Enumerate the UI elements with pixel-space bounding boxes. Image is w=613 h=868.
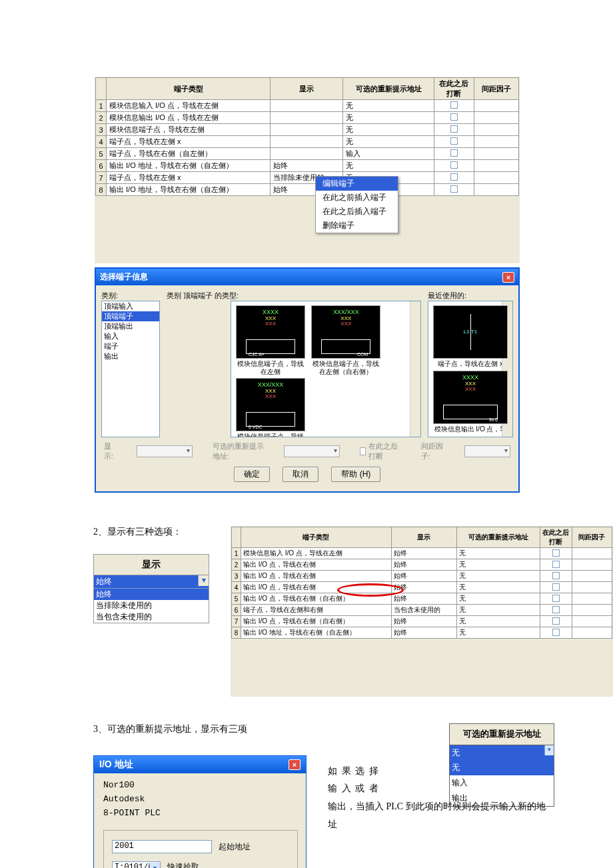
cat-item[interactable]: 端子 bbox=[102, 341, 159, 351]
display-options-box: 显示 始终 ▾ 始终 当排除未使用的 当包含未使用的 bbox=[93, 554, 209, 623]
close-icon[interactable]: × bbox=[289, 759, 301, 770]
col-readdr: 可选的重新提示地址 bbox=[457, 527, 540, 548]
col-show: 显示 bbox=[271, 78, 343, 100]
ctx-delete-terminal[interactable]: 删除端子 bbox=[316, 219, 398, 233]
checkbox[interactable] bbox=[450, 149, 458, 157]
checkbox[interactable] bbox=[552, 595, 560, 602]
readdr-label: 可选的重新提示地址: bbox=[213, 441, 264, 461]
gap-label: 间距因子: bbox=[421, 441, 445, 461]
checkbox[interactable] bbox=[552, 572, 560, 579]
display-options-list[interactable]: 始终 当排除未使用的 当包含未使用的 bbox=[94, 589, 209, 623]
col-gap: 间距因子 bbox=[572, 527, 612, 548]
chevron-down-icon[interactable]: ▾ bbox=[198, 575, 209, 586]
recent-item[interactable]: XXXXXXXXXXIN 0模块信息输出 I/O 点，导 bbox=[433, 371, 508, 433]
recent-grid[interactable]: L1 T1端子点，导线在左侧 x XXXXXXXXXXIN 0模块信息输出 I/… bbox=[428, 301, 513, 437]
gap-input bbox=[464, 445, 510, 457]
show-label: 显示: bbox=[104, 441, 117, 461]
cancel-button[interactable]: 取消 bbox=[283, 467, 318, 482]
col-type: 端子类型 bbox=[241, 527, 392, 548]
section2-grid: 端子类型 显示 可选的重新提示地址 在此之后打断 间距因子 1模块信息输入 I/… bbox=[231, 526, 613, 697]
checkbox[interactable] bbox=[450, 161, 458, 169]
io-address-dialog: I/O 地址 × Nor100 Autodesk 8-POINT PLC 200… bbox=[93, 755, 306, 868]
dialog-title: 选择端子信息 bbox=[100, 271, 148, 283]
start-address-input[interactable]: 2001 bbox=[112, 840, 212, 853]
table-row[interactable]: 3输出 I/O 点，导线在右侧始终无 bbox=[232, 571, 612, 582]
checkbox[interactable] bbox=[552, 617, 560, 625]
highlight-ellipse bbox=[337, 583, 404, 597]
table-row[interactable]: 1模块信息输入 I/O 点，导线在左侧无 bbox=[96, 100, 519, 112]
io-line1: Nor100 bbox=[103, 780, 299, 790]
checkbox[interactable] bbox=[552, 549, 560, 557]
scrollbar[interactable] bbox=[410, 301, 420, 437]
table-row[interactable]: 6输出 I/O 地址，导线在右侧（自左侧）始终无 bbox=[96, 160, 519, 172]
checkbox[interactable] bbox=[450, 125, 458, 133]
checkbox[interactable] bbox=[450, 101, 458, 109]
ok-button[interactable]: 确定 bbox=[234, 467, 270, 482]
table-row[interactable]: 7端子点，导线在左侧 x当排除未使用的无 bbox=[96, 172, 519, 184]
cat-item[interactable]: 顶端端子 bbox=[102, 311, 159, 321]
readdr-dropdown bbox=[284, 445, 340, 457]
col-readdr: 可选的重新提示地址 bbox=[343, 78, 434, 100]
cat-item[interactable]: 顶端输入 bbox=[102, 301, 159, 311]
recent-item[interactable]: L1 T1端子点，导线在左侧 x bbox=[433, 305, 508, 368]
category-label: 类别: bbox=[101, 291, 160, 301]
list-item[interactable]: 始终 bbox=[94, 589, 209, 600]
terminal-grid: 端子类型 显示 可选的重新提示地址 在此之后打断 间距因子 1模块信息输入 I/… bbox=[95, 77, 520, 263]
type-thumbnail-grid[interactable]: XXXXXXXXXXCJC A+模块信息端子点，导线在左侧 XXX/XXXXXX… bbox=[231, 301, 421, 437]
table-row[interactable]: 5输出 I/O 点，导线在右侧（自右侧）始终无 bbox=[232, 593, 612, 605]
cat-item[interactable]: 输入 bbox=[102, 331, 159, 341]
ctx-edit-terminal[interactable]: 编辑端子 bbox=[316, 177, 398, 191]
table-row[interactable]: 7输出 I/O 点，导线在右侧（自右侧）始终无 bbox=[232, 616, 612, 627]
col-type: 端子类型 bbox=[107, 78, 271, 100]
display-dropdown[interactable]: 始终 ▾ bbox=[94, 575, 209, 589]
chevron-down-icon[interactable]: ▾ bbox=[149, 863, 160, 868]
col-break: 在此之后打断 bbox=[540, 527, 572, 548]
ctx-insert-after[interactable]: 在此之后插入端子 bbox=[316, 205, 398, 219]
close-icon[interactable]: × bbox=[502, 272, 514, 283]
list-item[interactable]: 当排除未使用的 bbox=[94, 600, 209, 611]
readdr-header: 可选的重新提示地址 bbox=[450, 724, 554, 745]
checkbox[interactable] bbox=[450, 173, 458, 181]
table-row[interactable]: 3模块信息端子点，导线在左侧无 bbox=[96, 124, 519, 136]
list-item[interactable]: 当包含未使用的 bbox=[94, 611, 209, 623]
table-row[interactable]: 1模块信息输入 I/O 点，导线在左侧始终无 bbox=[232, 548, 612, 559]
ctx-insert-before[interactable]: 在此之前插入端子 bbox=[316, 191, 398, 205]
col-gap: 间距因子 bbox=[474, 78, 518, 100]
checkbox[interactable] bbox=[552, 583, 560, 591]
thumb-item[interactable]: XXX/XXXXXXXXXCOM模块信息端子点，导线在左侧（自右侧） bbox=[311, 305, 380, 375]
table-row[interactable]: 8输出 I/O 地址，导线在右侧（自左侧）始终无 bbox=[232, 627, 612, 639]
table-row[interactable]: 6端子点，导线在左侧和右侧当包含未使用的无 bbox=[232, 605, 612, 616]
cat-item[interactable]: 顶端输出 bbox=[102, 321, 159, 331]
dialog-titlebar[interactable]: 选择端子信息 × bbox=[96, 269, 518, 285]
type-label: 类别 顶端端子 的类型: bbox=[167, 291, 421, 301]
break-checkbox: 在此之后打断 bbox=[360, 441, 401, 461]
table-row[interactable]: 4端子点，导线在左侧 x无 bbox=[96, 136, 519, 148]
thumb-item[interactable]: XXX/XXXXXXXXX0 VDC模块信息端子点，导线在左侧（自左侧） bbox=[236, 378, 305, 437]
checkbox[interactable] bbox=[552, 561, 560, 568]
help-button[interactable]: 帮助 (H) bbox=[331, 467, 380, 482]
checkbox[interactable] bbox=[552, 606, 560, 613]
col-num bbox=[96, 78, 107, 100]
recent-label: 最近使用的: bbox=[428, 291, 513, 301]
thumb-item[interactable]: XXXXXXXXXXCJC A+模块信息端子点，导线在左侧 bbox=[236, 305, 305, 375]
category-listbox[interactable]: 顶端输入 顶端端子 顶端输出 输入 端子 输出 bbox=[101, 301, 160, 437]
table-row[interactable]: 8输出 I/O 地址，导线在右侧（自左侧）始终无 bbox=[96, 184, 519, 196]
checkbox[interactable] bbox=[450, 185, 458, 193]
body-text: 输出，当插入 PLC 到此项的时候则会提示输入新的地址 bbox=[328, 798, 554, 833]
checkbox[interactable] bbox=[450, 113, 458, 121]
readdr-dropdown[interactable]: 无 ▾ bbox=[450, 745, 554, 761]
table-row[interactable]: 5端子点，导线在右侧（自左侧）输入 bbox=[96, 148, 519, 160]
cat-item[interactable]: 输出 bbox=[102, 351, 159, 361]
context-menu: 编辑端子 在此之前插入端子 在此之后插入端子 删除端子 bbox=[315, 176, 398, 233]
quick-pick-label: 快速拾取 bbox=[167, 861, 199, 868]
chevron-down-icon[interactable]: ▾ bbox=[544, 745, 554, 755]
table-row[interactable]: 2输出 I/O 点，导线在右侧始终无 bbox=[232, 559, 612, 571]
col-show: 显示 bbox=[391, 527, 457, 548]
grid-empty-area bbox=[95, 196, 519, 263]
section3-heading: 3、可选的重新提示地址，显示有三项 bbox=[93, 723, 317, 735]
display-header: 显示 bbox=[94, 555, 209, 575]
checkbox[interactable] bbox=[450, 137, 458, 145]
table-row[interactable]: 4输出 I/O 点，导线在右侧始终无 bbox=[232, 582, 612, 593]
checkbox[interactable] bbox=[552, 629, 560, 636]
table-row[interactable]: 2模块信息输出 I/O 点，导线在左侧无 bbox=[96, 112, 519, 124]
